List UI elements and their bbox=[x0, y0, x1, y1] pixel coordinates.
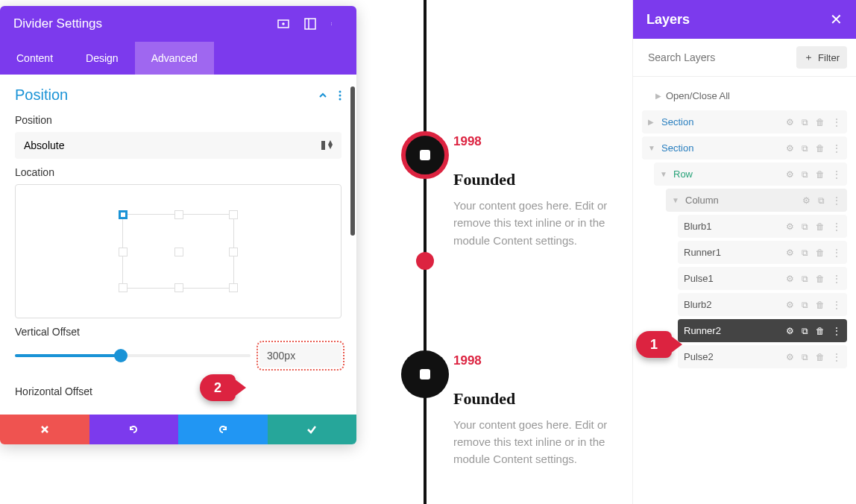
gear-icon[interactable]: ⚙ bbox=[786, 117, 794, 127]
gear-icon[interactable]: ⚙ bbox=[786, 221, 794, 232]
redo-button[interactable] bbox=[178, 415, 268, 444]
trash-icon[interactable]: 🗑 bbox=[816, 117, 825, 127]
gear-icon[interactable]: ⚙ bbox=[786, 352, 794, 362]
position-select[interactable]: Absolute ▴▾ bbox=[15, 132, 342, 159]
more-icon[interactable]: ⋮ bbox=[832, 248, 841, 258]
grid-top-left[interactable] bbox=[119, 210, 128, 219]
trash-icon[interactable]: 🗑 bbox=[816, 248, 825, 258]
trash-icon[interactable]: 🗑 bbox=[816, 274, 825, 284]
more-icon[interactable]: ⋮ bbox=[832, 274, 841, 284]
filter-button[interactable]: ＋ Filter bbox=[796, 46, 847, 69]
position-label: Position bbox=[15, 114, 342, 126]
search-input[interactable] bbox=[642, 46, 790, 69]
more-icon[interactable] bbox=[331, 18, 343, 30]
gear-icon[interactable]: ⚙ bbox=[802, 195, 811, 206]
tab-design[interactable]: Design bbox=[69, 42, 135, 75]
voffset-input[interactable]: 300px bbox=[259, 344, 342, 368]
cancel-button[interactable] bbox=[0, 415, 89, 444]
responsive-icon[interactable] bbox=[277, 18, 289, 30]
duplicate-icon[interactable]: ⧉ bbox=[802, 143, 808, 154]
voffset-slider[interactable] bbox=[15, 349, 251, 362]
trash-icon[interactable]: 🗑 bbox=[816, 326, 825, 336]
duplicate-icon[interactable]: ⧉ bbox=[802, 169, 808, 180]
gear-icon[interactable]: ⚙ bbox=[786, 274, 794, 284]
slider-thumb[interactable] bbox=[114, 349, 128, 362]
grid-top-right[interactable] bbox=[229, 210, 238, 219]
grid-mid-center[interactable] bbox=[174, 248, 183, 256]
layer-column[interactable]: ▼ Column ⚙ ⧉ ⋮ bbox=[666, 189, 847, 212]
gear-icon[interactable]: ⚙ bbox=[786, 248, 794, 258]
gear-icon[interactable]: ⚙ bbox=[786, 169, 794, 180]
layers-search-row: ＋ Filter bbox=[633, 39, 856, 77]
layer-module-pulse1[interactable]: Pulse1 ⚙⧉🗑⋮ bbox=[678, 267, 847, 290]
grid-mid-left[interactable] bbox=[119, 248, 128, 256]
tab-content[interactable]: Content bbox=[0, 42, 69, 75]
layer-module-runner1[interactable]: Runner1 ⚙⧉🗑⋮ bbox=[678, 241, 847, 264]
position-select-input[interactable]: Absolute bbox=[15, 132, 342, 159]
timeline-item-2: 1998 Founded Your content goes here. Edi… bbox=[364, 353, 617, 468]
trash-icon[interactable]: 🗑 bbox=[816, 169, 825, 180]
expand-icon[interactable] bbox=[304, 18, 316, 30]
close-icon[interactable]: ✕ bbox=[830, 10, 843, 28]
section-header[interactable]: Position bbox=[15, 86, 342, 104]
svg-point-5 bbox=[331, 24, 332, 25]
chevron-up-icon[interactable] bbox=[318, 90, 328, 101]
settings-title: Divider Settings bbox=[13, 16, 277, 31]
timeline-title: Founded bbox=[453, 170, 617, 189]
duplicate-icon[interactable]: ⧉ bbox=[802, 248, 808, 258]
timeline-pulse-1[interactable] bbox=[416, 252, 434, 270]
duplicate-icon[interactable]: ⧉ bbox=[802, 352, 808, 362]
grid-mid-right[interactable] bbox=[229, 248, 238, 256]
timeline-year: 1998 bbox=[453, 353, 617, 368]
timeline-marker-1[interactable] bbox=[401, 131, 449, 179]
more-icon[interactable]: ⋮ bbox=[832, 117, 841, 127]
duplicate-icon[interactable]: ⧉ bbox=[818, 195, 825, 206]
duplicate-icon[interactable]: ⧉ bbox=[802, 300, 808, 310]
layers-header: Layers ✕ bbox=[633, 0, 856, 39]
layer-module-runner2[interactable]: Runner2 ⚙⧉🗑⋮ bbox=[678, 319, 847, 342]
position-grid[interactable] bbox=[122, 214, 234, 289]
undo-button[interactable] bbox=[89, 415, 179, 444]
more-icon[interactable]: ⋮ bbox=[832, 221, 841, 232]
duplicate-icon[interactable]: ⧉ bbox=[802, 326, 808, 336]
trash-icon[interactable]: 🗑 bbox=[816, 352, 825, 362]
voffset-row: 300px bbox=[15, 344, 342, 368]
grid-bot-left[interactable] bbox=[119, 283, 128, 292]
layer-module-blurb1[interactable]: Blurb1 ⚙⧉🗑⋮ bbox=[678, 215, 847, 238]
trash-icon[interactable]: 🗑 bbox=[816, 143, 825, 154]
preview-canvas: 1998 Founded Your content goes here. Edi… bbox=[358, 0, 623, 504]
more-icon[interactable]: ⋮ bbox=[832, 326, 841, 336]
duplicate-icon[interactable]: ⧉ bbox=[802, 221, 808, 232]
save-button[interactable] bbox=[268, 415, 357, 444]
more-icon[interactable]: ⋮ bbox=[832, 352, 841, 362]
header-icons bbox=[277, 18, 343, 30]
layer-module-pulse2[interactable]: Pulse2 ⚙⧉🗑⋮ bbox=[678, 345, 847, 368]
gear-icon[interactable]: ⚙ bbox=[786, 143, 794, 154]
more-icon[interactable]: ⋮ bbox=[832, 300, 841, 310]
timeline-title: Founded bbox=[453, 389, 617, 409]
layer-section-1[interactable]: ▶ Section ⚙ ⧉ 🗑 ⋮ bbox=[642, 110, 847, 133]
layer-section-2[interactable]: ▼ Section ⚙ ⧉ 🗑 ⋮ bbox=[642, 136, 847, 160]
more-icon[interactable]: ⋮ bbox=[832, 169, 841, 180]
more-icon[interactable]: ⋮ bbox=[832, 195, 841, 206]
duplicate-icon[interactable]: ⧉ bbox=[802, 274, 808, 284]
trash-icon[interactable]: 🗑 bbox=[816, 221, 825, 232]
grid-bot-center[interactable] bbox=[174, 283, 183, 292]
duplicate-icon[interactable]: ⧉ bbox=[802, 117, 808, 127]
callout-marker-2: 2 bbox=[200, 374, 236, 401]
scrollbar[interactable] bbox=[350, 86, 355, 236]
gear-icon[interactable]: ⚙ bbox=[786, 326, 794, 336]
location-picker[interactable] bbox=[15, 184, 342, 318]
more-icon[interactable]: ⋮ bbox=[832, 143, 841, 154]
more-icon[interactable] bbox=[339, 90, 342, 101]
layer-row[interactable]: ▼ Row ⚙ ⧉ 🗑 ⋮ bbox=[654, 163, 847, 186]
grid-top-center[interactable] bbox=[174, 210, 183, 219]
timeline: 1998 Founded Your content goes here. Edi… bbox=[364, 0, 617, 504]
trash-icon[interactable]: 🗑 bbox=[816, 300, 825, 310]
timeline-marker-2[interactable] bbox=[401, 350, 449, 398]
tab-advanced[interactable]: Advanced bbox=[135, 42, 214, 75]
grid-bot-right[interactable] bbox=[229, 283, 238, 292]
gear-icon[interactable]: ⚙ bbox=[786, 300, 794, 310]
layer-module-blurb2[interactable]: Blurb2 ⚙⧉🗑⋮ bbox=[678, 293, 847, 316]
open-close-all[interactable]: ▶ Open/Close All bbox=[642, 84, 847, 110]
